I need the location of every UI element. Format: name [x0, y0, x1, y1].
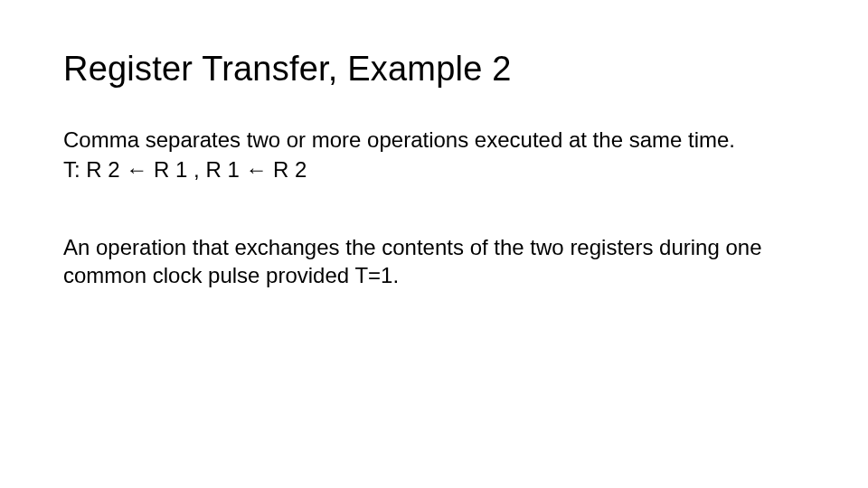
- formula-mid: R 1 , R 1: [147, 157, 245, 182]
- explanation-paragraph: An operation that exchanges the contents…: [63, 234, 805, 289]
- slide-title: Register Transfer, Example 2: [63, 50, 805, 89]
- formula-line: T: R 2 ← R 1 , R 1 ← R 2: [63, 156, 805, 184]
- left-arrow-icon: ←: [245, 157, 267, 182]
- left-arrow-icon: ←: [126, 157, 147, 182]
- formula-suffix: R 2: [267, 157, 307, 182]
- formula-prefix: T: R 2: [63, 157, 126, 182]
- intro-paragraph: Comma separates two or more operations e…: [63, 127, 805, 155]
